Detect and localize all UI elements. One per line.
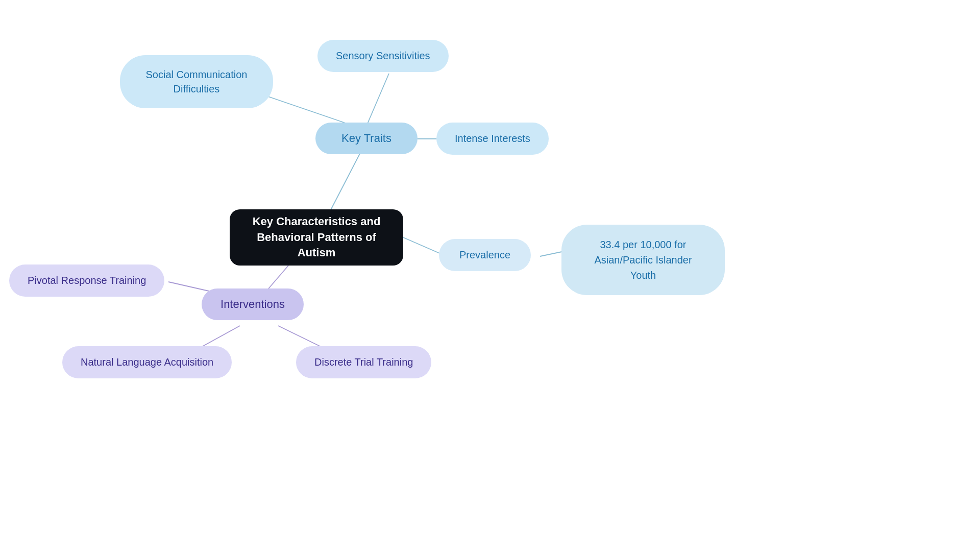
svg-line-2: [368, 74, 389, 124]
discrete-trial-label: Discrete Trial Training: [314, 356, 413, 368]
intense-interests-label: Intense Interests: [455, 133, 530, 145]
prevalence-detail-node: 33.4 per 10,000 for Asian/Pacific Island…: [561, 225, 725, 295]
prevalence-detail-label: 33.4 per 10,000 for Asian/Pacific Island…: [582, 237, 704, 283]
key-traits-node: Key Traits: [315, 123, 418, 154]
center-label: Key Characteristics and Behavioral Patte…: [242, 214, 391, 261]
natural-language-label: Natural Language Acquisition: [81, 356, 213, 368]
interventions-label: Interventions: [220, 298, 285, 311]
center-node: Key Characteristics and Behavioral Patte…: [230, 209, 403, 266]
pivotal-response-node: Pivotal Response Training: [9, 265, 164, 297]
natural-language-node: Natural Language Acquisition: [62, 346, 232, 378]
svg-line-9: [278, 326, 324, 348]
sensory-sens-node: Sensory Sensitivities: [317, 40, 449, 72]
discrete-trial-node: Discrete Trial Training: [296, 346, 431, 378]
interventions-node: Interventions: [202, 288, 304, 320]
prevalence-label: Prevalence: [459, 249, 510, 261]
social-comm-node: Social Communication Difficulties: [120, 55, 273, 108]
prevalence-node: Prevalence: [439, 239, 531, 271]
key-traits-label: Key Traits: [341, 132, 391, 145]
pivotal-response-label: Pivotal Response Training: [28, 275, 146, 286]
svg-line-8: [199, 326, 240, 348]
sensory-sens-label: Sensory Sensitivities: [336, 50, 430, 62]
svg-line-7: [168, 282, 213, 292]
social-comm-label: Social Communication Difficulties: [146, 67, 248, 96]
intense-interests-node: Intense Interests: [436, 123, 549, 155]
